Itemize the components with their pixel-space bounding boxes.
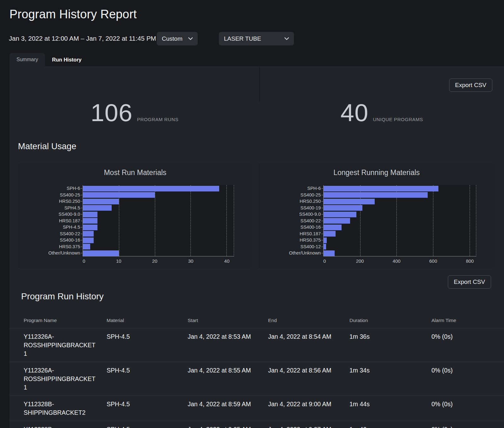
cell-material: SPH-4.5 xyxy=(107,332,188,341)
x-axis-tick: 600 xyxy=(429,258,437,264)
chart-bar xyxy=(324,205,362,211)
table-body: Y112326A-ROSSHIPPINGBRACKET1SPH-4.5Jan 4… xyxy=(9,328,504,428)
unique-programs-label: UNIQUE PROGRAMS xyxy=(373,117,423,122)
cell-material: SPH-4.5 xyxy=(107,425,188,428)
cell-material: SPH-4.5 xyxy=(107,366,188,375)
table-row: Y112326A-ROSSHIPPINGBRACKET1SPH-4.5Jan 4… xyxy=(9,328,504,362)
x-axis-tick: 40 xyxy=(224,258,230,264)
x-axis-tick: 200 xyxy=(356,258,364,264)
cell-duration: 1m 34s xyxy=(349,366,431,375)
chart-body: SPH-6SS400-25HRS0.250SS400-19SS400-9.0SS… xyxy=(259,185,495,265)
x-axis-tick: 30 xyxy=(188,258,194,264)
table-row: Y112328B-SHIPPINGBRACKET2SPH-4.5Jan 4, 2… xyxy=(9,421,504,428)
chart-bar xyxy=(83,244,90,249)
gridline xyxy=(155,185,155,256)
cell-material: SPH-4.5 xyxy=(107,400,188,408)
cell-end: Jan 4, 2022 at 8:54 AM xyxy=(268,332,349,341)
y-axis-label: SPH-6 xyxy=(259,185,323,192)
chart-bar xyxy=(83,231,94,237)
x-axis-tick: 0 xyxy=(83,258,85,264)
cell-alarm-time: 0% (0s) xyxy=(431,332,498,341)
chart-title: Longest Running Materials xyxy=(259,168,495,177)
cell-program-name: Y112326A-ROSSHIPPINGBRACKET1 xyxy=(24,332,98,358)
y-axis-label: SS400-16 xyxy=(259,224,323,231)
cell-start: Jan 4, 2022 at 8:53 AM xyxy=(188,332,268,341)
y-axis-label: SS400-9.0 xyxy=(18,211,83,218)
column-header: Start xyxy=(188,318,268,323)
material-usage-heading: Material Usage xyxy=(18,141,76,151)
chart-longest-running-materials: Longest Running MaterialsSPH-6SS400-25HR… xyxy=(259,163,495,268)
y-axis-label: HRS0.375 xyxy=(18,243,83,250)
gridline xyxy=(226,185,227,256)
date-range-dropdown-value: Custom xyxy=(162,35,182,42)
cell-program-name: Y112328B-SHIPPINGBRACKET2 xyxy=(24,425,98,428)
export-csv-button-summary[interactable]: Export CSV xyxy=(449,79,492,92)
chart-bar xyxy=(324,237,327,243)
unique-programs-value: 40 xyxy=(341,100,369,125)
x-axis-tick: 400 xyxy=(393,258,401,264)
y-axis-label: HRS0.250 xyxy=(18,198,83,205)
chart-bar xyxy=(324,199,375,204)
chart-bar xyxy=(324,192,428,198)
gridline xyxy=(470,185,470,256)
machine-dropdown-value: LASER TUBE xyxy=(224,35,261,42)
date-range-dropdown[interactable]: Custom xyxy=(157,32,198,45)
x-axis-tick: 0 xyxy=(323,258,326,264)
chart-bar xyxy=(324,250,335,256)
column-header: Alarm Time xyxy=(431,318,498,323)
y-axis-label: SS400-16 xyxy=(18,237,83,243)
cell-alarm-time: 0% (0s) xyxy=(431,425,498,428)
y-axis-label: HRS0.187 xyxy=(18,218,83,224)
y-axis-label: SS400-12 xyxy=(259,243,323,250)
chart-most-run-materials: Most Run MaterialsSPH-6SS400-25HRS0.250S… xyxy=(18,163,252,268)
y-axis-label: SPH4.5 xyxy=(18,205,83,211)
plot-wrap: 0200400600800 xyxy=(323,185,476,265)
cell-duration: 1m 46s xyxy=(349,425,431,428)
cell-program-name: Y112326A-ROSSHIPPINGBRACKET1 xyxy=(24,366,98,392)
chevron-down-icon xyxy=(284,37,289,40)
plot-area xyxy=(323,185,476,256)
cell-start: Jan 4, 2022 at 8:55 AM xyxy=(188,366,268,375)
tab-run-history[interactable]: Run History xyxy=(47,53,86,66)
cell-start: Jan 4, 2022 at 8:59 AM xyxy=(188,400,268,408)
chart-bar xyxy=(83,205,112,211)
table-header-row: Program NameMaterialStartEndDurationAlar… xyxy=(9,313,504,328)
cell-alarm-time: 0% (0s) xyxy=(431,366,498,375)
chart-bar xyxy=(83,186,219,191)
program-run-history-table: Program NameMaterialStartEndDurationAlar… xyxy=(9,313,504,428)
y-axis-label: SS400-22 xyxy=(259,218,323,224)
chart-title: Most Run Materials xyxy=(18,168,252,177)
chart-bar xyxy=(83,237,94,243)
chart-bar xyxy=(324,244,326,249)
cell-program-name: Y112328B-SHIPPINGBRACKET2 xyxy=(24,400,98,417)
program-run-history-heading: Program Run History xyxy=(21,291,103,302)
column-header: Program Name xyxy=(24,318,107,323)
stats-divider xyxy=(259,67,260,102)
gridline xyxy=(190,185,191,256)
y-axis-label: SPH-4.5 xyxy=(18,224,83,231)
column-header: Material xyxy=(107,318,188,323)
y-axis-label: SS400-25 xyxy=(18,192,83,198)
x-axis-tick: 800 xyxy=(466,258,474,264)
tab-summary[interactable]: Summary xyxy=(9,53,45,66)
x-axis-tick: 10 xyxy=(116,258,121,264)
y-axis-label: SS400-25 xyxy=(259,192,323,198)
machine-dropdown[interactable]: LASER TUBE xyxy=(219,32,294,45)
plot-area xyxy=(83,185,234,256)
page-title: Program History Report xyxy=(9,8,137,21)
y-axis-label: HRS0.250 xyxy=(259,198,323,205)
y-axis-label: HRS0.187 xyxy=(259,231,323,237)
cell-end: Jan 4, 2022 at 8:56 AM xyxy=(268,366,349,375)
charts-row: Most Run MaterialsSPH-6SS400-25HRS0.250S… xyxy=(18,163,495,268)
chart-bar xyxy=(324,186,438,191)
x-axis-tick: 20 xyxy=(152,258,157,264)
export-csv-button-table[interactable]: Export CSV xyxy=(448,275,491,289)
y-axis-label: SPH-6 xyxy=(18,185,83,192)
y-axis-label: HRS0.375 xyxy=(259,237,323,243)
x-axis: 0200400600800 xyxy=(323,256,476,265)
cell-start: Jan 4, 2022 at 9:05 AM xyxy=(188,425,268,428)
chart-bar xyxy=(324,212,356,217)
table-row: Y112328B-SHIPPINGBRACKET2SPH-4.5Jan 4, 2… xyxy=(9,396,504,421)
cell-duration: 1m 36s xyxy=(349,332,431,341)
chart-bar xyxy=(83,199,119,204)
